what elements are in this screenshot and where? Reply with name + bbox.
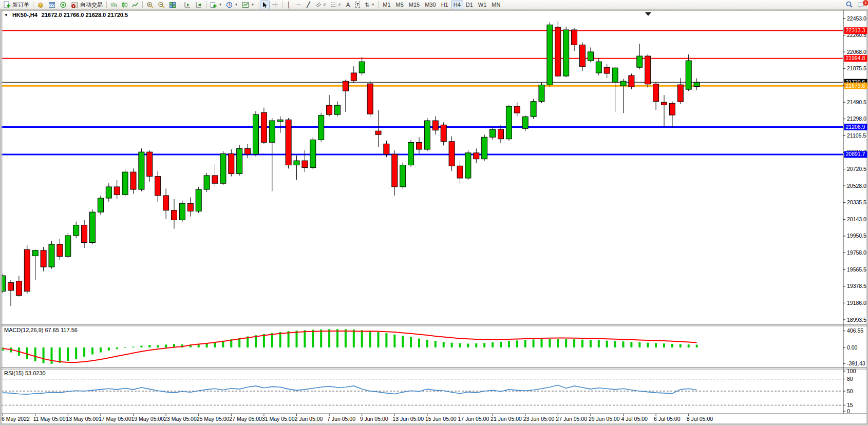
bull-candle: [424, 121, 430, 149]
svg-text:4 Jul 05:00: 4 Jul 05:00: [621, 416, 648, 422]
bull-candle: [490, 129, 496, 137]
bull-candle: [220, 154, 226, 184]
auto-scroll-button[interactable]: [182, 1, 193, 9]
bear-candle: [645, 56, 651, 84]
bull-candle: [310, 140, 316, 167]
bull-candle: [482, 137, 487, 159]
timeframe-h1-button[interactable]: H1: [439, 1, 451, 9]
search-button[interactable]: [843, 1, 855, 9]
bear-candle: [669, 103, 675, 115]
svg-text:19378.5: 19378.5: [847, 283, 866, 289]
timeframe-m1-button[interactable]: M1: [380, 1, 393, 9]
crosshair-tool-button[interactable]: [270, 1, 280, 9]
svg-text:21994.8: 21994.8: [846, 55, 865, 61]
timeframe-m30-button[interactable]: M30: [422, 1, 438, 9]
vertical-line-tool-button[interactable]: │: [284, 1, 294, 9]
line-chart-icon: [132, 2, 139, 8]
svg-text:8 Jul 05:00: 8 Jul 05:00: [687, 416, 713, 422]
bear-candle: [172, 210, 177, 220]
candlestick-chart-button[interactable]: [119, 1, 130, 9]
zoom-out-button[interactable]: [156, 1, 167, 9]
chart-shift-button[interactable]: [193, 1, 204, 9]
bear-candle: [653, 84, 659, 102]
svg-text:21679.6: 21679.6: [846, 83, 865, 89]
text-tool-button[interactable]: A: [343, 1, 353, 9]
new-template-button[interactable]: ▼: [208, 1, 224, 9]
signals-icon: [60, 2, 67, 8]
zoom-in-icon: [146, 2, 154, 8]
bull-candle: [269, 121, 275, 142]
timeframe-m5-button[interactable]: M5: [393, 1, 406, 9]
separator: [106, 1, 107, 8]
timeframe-h4-button[interactable]: H4: [451, 1, 463, 9]
svg-text:50: 50: [847, 388, 853, 394]
bear-candle: [572, 30, 577, 45]
svg-text:22068.0: 22068.0: [847, 49, 866, 55]
bear-candle: [302, 161, 308, 168]
svg-text:21206.9: 21206.9: [846, 124, 865, 130]
profiles-button[interactable]: [35, 1, 46, 9]
bull-candle: [465, 153, 471, 178]
bull-candle: [400, 165, 406, 187]
fibonacci-icon: [330, 2, 337, 8]
svg-text:6 Jul 05:00: 6 Jul 05:00: [654, 416, 681, 422]
cursor-icon: [262, 2, 268, 8]
separator: [180, 1, 180, 8]
bear-candle: [114, 187, 120, 195]
fibonacci-tool-button[interactable]: F: [328, 1, 343, 9]
indicators-button[interactable]: ▼: [240, 1, 256, 9]
svg-text:9 Jun 05:00: 9 Jun 05:00: [360, 416, 388, 422]
text-label-tool-button[interactable]: T: [353, 1, 363, 9]
bear-candle: [474, 153, 479, 159]
bear-candle: [82, 225, 87, 243]
timeframe-d1-button[interactable]: D1: [463, 1, 476, 9]
chart-canvas[interactable]: 22453.022260.522068.021875.521683.021490…: [0, 0, 868, 426]
signals-button[interactable]: [58, 1, 69, 9]
bull-candle: [277, 120, 283, 121]
timeframe-m15-button[interactable]: M15: [406, 1, 422, 9]
bear-candle: [555, 27, 561, 76]
one-click-trading-toggle[interactable]: ▼: [4, 13, 8, 17]
chart-window-button[interactable]: [46, 1, 58, 9]
line-chart-button[interactable]: [130, 1, 141, 9]
bull-candle: [506, 106, 512, 139]
dropdown-caret-icon: ▼: [251, 3, 254, 6]
bar-chart-button[interactable]: [108, 1, 119, 9]
text-icon: A: [346, 2, 350, 8]
svg-text:17 May 05:00: 17 May 05:00: [99, 416, 131, 422]
new-template-icon: [210, 2, 217, 8]
cursor-tool-button[interactable]: [260, 1, 270, 9]
bull-candle: [547, 25, 553, 85]
timeframe-w1-button[interactable]: W1: [476, 1, 489, 9]
dropdown-caret-icon: ▼: [219, 3, 222, 6]
bull-candle: [106, 187, 111, 198]
bear-candle: [212, 176, 218, 183]
periods-button[interactable]: ▼: [224, 1, 240, 9]
chat-button[interactable]: 1: [855, 1, 867, 9]
bear-candle: [367, 84, 373, 114]
svg-text:21 Jun 05:00: 21 Jun 05:00: [490, 416, 522, 422]
svg-text:27 Jun 05:00: 27 Jun 05:00: [556, 416, 587, 422]
new-order-button[interactable]: 新订单: [1, 1, 31, 9]
tile-windows-button[interactable]: [167, 1, 178, 9]
svg-text:21105.5: 21105.5: [847, 132, 866, 139]
timeframe-mn-button[interactable]: MN: [489, 1, 503, 9]
bear-candle: [384, 144, 389, 154]
equidistant-channel-tool-button[interactable]: E: [313, 1, 328, 9]
bear-candle: [677, 85, 683, 102]
svg-text:21875.5: 21875.5: [847, 65, 866, 71]
autotrading-button[interactable]: 自动交易: [69, 1, 105, 9]
bull-candle: [531, 102, 536, 117]
horizontal-line-tool-button[interactable]: ─: [294, 1, 304, 9]
notification-badge: 1: [863, 0, 868, 6]
svg-text:13 May 05:00: 13 May 05:00: [66, 416, 99, 422]
bull-candle: [73, 225, 79, 236]
timeframe-toolbar: M1 M5 M15 M30 H1 H4 D1 W1 MN: [380, 1, 503, 9]
bull-candle: [237, 148, 242, 173]
arrows-tool-button[interactable]: ⇅ ▼: [363, 1, 376, 9]
trendline-tool-button[interactable]: ╱: [304, 1, 313, 9]
bull-candle: [65, 236, 71, 257]
zoom-in-button[interactable]: [144, 1, 156, 9]
chart-window[interactable]: 22453.022260.522068.021875.521683.021490…: [0, 0, 868, 426]
bull-candle: [637, 56, 643, 67]
